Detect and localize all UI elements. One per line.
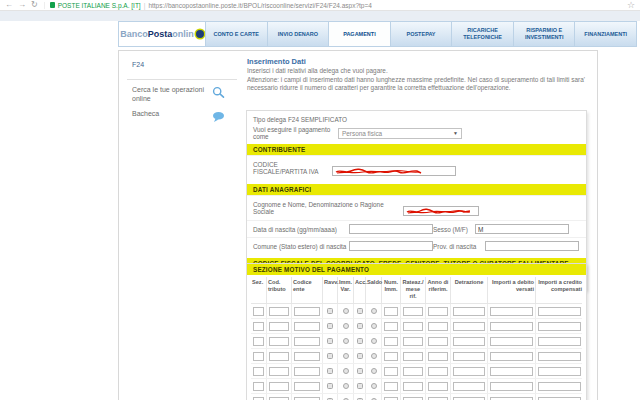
imm-var-radio[interactable] [343, 353, 349, 359]
anno-riferim-input[interactable] [428, 322, 448, 331]
codice-ente-input[interactable] [294, 382, 320, 391]
rateaz-input[interactable] [403, 382, 423, 391]
sez-input[interactable] [253, 307, 264, 316]
tab-invio-denaro[interactable]: INVIO DENARO [268, 22, 330, 46]
ravv-checkbox[interactable] [327, 338, 333, 344]
acc-checkbox[interactable] [357, 353, 363, 359]
cod-tributo-input[interactable] [269, 367, 289, 376]
tab-conto-e-carte[interactable]: CONTO E CARTE [206, 22, 268, 46]
importi-debito-input[interactable] [490, 322, 533, 331]
sidebar-item-f24[interactable]: F24 [132, 61, 144, 68]
data-nascita-input[interactable] [349, 224, 433, 234]
acc-checkbox[interactable] [357, 308, 363, 314]
comune-nascita-input[interactable] [349, 241, 433, 251]
importi-debito-input[interactable] [490, 352, 533, 361]
detrazione-input[interactable] [453, 397, 485, 400]
sez-input[interactable] [253, 397, 264, 400]
anno-riferim-input[interactable] [428, 307, 448, 316]
codice-ente-input[interactable] [294, 307, 320, 316]
prov-nascita-input[interactable] [485, 241, 579, 251]
tab-postepay[interactable]: POSTEPAY [391, 22, 453, 46]
importi-debito-input[interactable] [490, 382, 533, 391]
sez-input[interactable] [253, 337, 264, 346]
anno-riferim-input[interactable] [428, 352, 448, 361]
importi-debito-input[interactable] [490, 307, 533, 316]
codice-ente-input[interactable] [294, 352, 320, 361]
cod-tributo-input[interactable] [269, 397, 289, 400]
importi-debito-input[interactable] [490, 367, 533, 376]
importi-credito-input[interactable] [538, 397, 581, 400]
ravv-checkbox[interactable] [327, 383, 333, 389]
importi-credito-input[interactable] [538, 382, 581, 391]
tab-risparmio-investimenti[interactable]: RISPARMIO E INVESTIMENTI [514, 22, 576, 46]
detrazione-input[interactable] [453, 352, 485, 361]
num-imm-input[interactable] [384, 337, 398, 346]
bancoposta-logo[interactable]: BancoPostaonlin [118, 21, 205, 47]
acc-checkbox[interactable] [357, 338, 363, 344]
saldo-radio[interactable] [371, 368, 377, 374]
sez-input[interactable] [253, 382, 264, 391]
importi-debito-input[interactable] [490, 397, 533, 400]
num-imm-input[interactable] [384, 307, 398, 316]
saldo-radio[interactable] [371, 323, 377, 329]
rateaz-input[interactable] [403, 397, 423, 400]
sesso-input[interactable] [475, 224, 569, 234]
importi-credito-input[interactable] [538, 307, 581, 316]
reload-icon[interactable]: ↻ [31, 1, 38, 9]
rateaz-input[interactable] [403, 367, 423, 376]
rateaz-input[interactable] [403, 337, 423, 346]
tab-finanziamenti[interactable]: FINANZIAMENTI [575, 22, 636, 46]
rateaz-input[interactable] [403, 307, 423, 316]
acc-checkbox[interactable] [357, 383, 363, 389]
sidebar-item-search-operations[interactable]: Cerca le tue operazioni online [132, 85, 244, 103]
imm-var-radio[interactable] [343, 368, 349, 374]
anno-riferim-input[interactable] [428, 397, 448, 400]
ravv-checkbox[interactable] [327, 323, 333, 329]
num-imm-input[interactable] [384, 367, 398, 376]
cod-tributo-input[interactable] [269, 382, 289, 391]
acc-checkbox[interactable] [357, 323, 363, 329]
anno-riferim-input[interactable] [428, 382, 448, 391]
sez-input[interactable] [253, 367, 264, 376]
codice-ente-input[interactable] [294, 367, 320, 376]
anno-riferim-input[interactable] [428, 367, 448, 376]
payer-type-select[interactable]: Persona fisica ▼ [338, 128, 462, 139]
codice-ente-input[interactable] [294, 397, 320, 400]
tab-pagamenti[interactable]: PAGAMENTI [329, 22, 391, 46]
importi-debito-input[interactable] [490, 337, 533, 346]
bookmark-star-icon[interactable]: ☆ [627, 0, 635, 11]
saldo-radio[interactable] [371, 338, 377, 344]
saldo-radio[interactable] [371, 353, 377, 359]
ravv-checkbox[interactable] [327, 353, 333, 359]
detrazione-input[interactable] [453, 367, 485, 376]
num-imm-input[interactable] [384, 382, 398, 391]
rateaz-input[interactable] [403, 352, 423, 361]
importi-credito-input[interactable] [538, 367, 581, 376]
imm-var-radio[interactable] [343, 338, 349, 344]
saldo-radio[interactable] [371, 308, 377, 314]
saldo-radio[interactable] [371, 383, 377, 389]
anno-riferim-input[interactable] [428, 337, 448, 346]
sez-input[interactable] [253, 352, 264, 361]
cod-tributo-input[interactable] [269, 322, 289, 331]
cod-tributo-input[interactable] [269, 352, 289, 361]
ravv-checkbox[interactable] [327, 308, 333, 314]
detrazione-input[interactable] [453, 337, 485, 346]
importi-credito-input[interactable] [538, 352, 581, 361]
forward-icon[interactable]: → [18, 1, 26, 9]
codice-ente-input[interactable] [294, 322, 320, 331]
cod-tributo-input[interactable] [269, 337, 289, 346]
num-imm-input[interactable] [384, 352, 398, 361]
cod-tributo-input[interactable] [269, 307, 289, 316]
imm-var-radio[interactable] [343, 308, 349, 314]
ravv-checkbox[interactable] [327, 368, 333, 374]
back-icon[interactable]: ← [5, 1, 13, 9]
importi-credito-input[interactable] [538, 322, 581, 331]
rateaz-input[interactable] [403, 322, 423, 331]
importi-credito-input[interactable] [538, 337, 581, 346]
num-imm-input[interactable] [384, 397, 398, 400]
detrazione-input[interactable] [453, 322, 485, 331]
url-field[interactable]: POSTE ITALIANE S.p.A. [IT] | https://ban… [44, 2, 640, 9]
detrazione-input[interactable] [453, 307, 485, 316]
sez-input[interactable] [253, 322, 264, 331]
